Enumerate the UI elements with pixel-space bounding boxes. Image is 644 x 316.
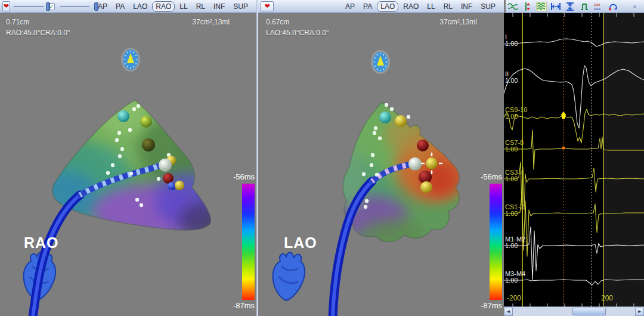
view-orientation-buttons: APPALAORAOLLRLINFSUP <box>94 1 254 12</box>
map-point[interactable] <box>370 163 373 167</box>
map-point[interactable] <box>140 203 143 207</box>
pulse-icon[interactable] <box>579 2 590 11</box>
map-point[interactable] <box>362 172 366 176</box>
rao-3d-map[interactable] <box>0 13 256 316</box>
scale-top-label: -56ms <box>233 172 255 181</box>
projection-readout: LAO:45.0°CRA:0.0° <box>266 29 329 37</box>
map-point[interactable] <box>111 163 114 167</box>
ecg-chart[interactable]: I1.00II1.00CS9-101.00CS7-81.00CS3-41.00C… <box>504 13 644 306</box>
lesion-sphere-yellow[interactable] <box>175 181 184 190</box>
lesion-sphere-teal[interactable] <box>117 110 129 122</box>
view-button-lao[interactable]: LAO <box>129 1 151 12</box>
rao-map-viewport[interactable]: 0.71cm RAO:45.0°CRA:0.0° 37cm²,13ml RAO … <box>0 13 256 316</box>
map-visibility-button[interactable]: ❤ <box>2 1 10 11</box>
amplitude-caliper-icon[interactable] <box>565 2 575 11</box>
view-button-sup[interactable]: SUP <box>230 1 252 12</box>
map-point[interactable] <box>385 103 388 107</box>
view-button-pa[interactable]: PA <box>112 1 128 12</box>
trace-gain: 1.00 <box>505 210 518 217</box>
rao-toolbar: ❤ ✓ APPALAORAOLLRLINFSUP <box>0 0 256 13</box>
slider-thumb[interactable] <box>46 2 50 11</box>
loop-icon[interactable] <box>608 2 618 11</box>
lat-color-scale <box>490 184 502 300</box>
map-point[interactable] <box>132 107 136 111</box>
map-point[interactable] <box>375 173 379 176</box>
view-button-ap[interactable]: AP <box>342 1 358 12</box>
lao-3d-map[interactable] <box>258 13 504 316</box>
fill-threshold-slider[interactable] <box>60 2 90 11</box>
scroll-thumb[interactable] <box>572 308 606 315</box>
view-button-lao[interactable]: LAO <box>377 1 398 12</box>
area-volume-readout: 37cm²,13ml <box>192 18 230 26</box>
map-point[interactable] <box>120 147 124 151</box>
map-point[interactable] <box>117 131 121 135</box>
lesion-sphere-yellow[interactable] <box>426 157 438 169</box>
view-button-inf[interactable]: INF <box>457 1 476 12</box>
trace-gain: 1.00 <box>505 175 518 182</box>
map-point[interactable] <box>129 172 133 175</box>
scroll-right-button[interactable]: ► <box>635 308 644 316</box>
map-point[interactable] <box>118 154 122 158</box>
signals-stack-icon[interactable] <box>536 2 547 11</box>
opacity-slider[interactable] <box>14 2 44 11</box>
map-point[interactable] <box>378 137 382 140</box>
svg-text:REF: REF <box>594 7 601 11</box>
map-point[interactable] <box>135 198 139 202</box>
slider-track <box>14 6 44 7</box>
view-button-rl[interactable]: RL <box>193 1 209 12</box>
signal-adjust-icon[interactable] <box>507 2 518 11</box>
map-point[interactable] <box>374 126 377 130</box>
view-button-rl[interactable]: RL <box>440 1 456 12</box>
map-visibility-button[interactable]: ❤ <box>261 1 274 11</box>
view-button-ll[interactable]: LL <box>423 1 438 12</box>
caliper-updown-icon[interactable] <box>522 2 532 11</box>
edit-ref-icon[interactable]: EditREF <box>593 2 604 11</box>
lesion-sphere-darkred[interactable] <box>417 140 429 151</box>
lesion-sphere-white[interactable] <box>159 159 172 172</box>
map-point[interactable] <box>128 128 132 132</box>
distance-readout: 0.71cm <box>6 18 29 26</box>
annotation-dot[interactable] <box>562 146 565 149</box>
orientation-compass-icon <box>371 50 390 74</box>
map-point[interactable] <box>364 205 367 209</box>
map-point[interactable] <box>390 107 394 111</box>
scale-top-label: -56ms <box>481 172 502 181</box>
ecg-time-scrollbar[interactable]: ◄ ► <box>504 306 644 316</box>
view-button-sup[interactable]: SUP <box>477 1 499 12</box>
lesion-sphere-yellowgreen[interactable] <box>140 116 152 128</box>
scroll-left-button[interactable]: ◄ <box>504 308 513 316</box>
view-button-ll[interactable]: LL <box>176 1 191 12</box>
map-point[interactable] <box>373 131 376 135</box>
trace-gain: 1.00 <box>505 113 518 120</box>
panel-rao: ❤ ✓ APPALAORAOLLRLINFSUP 0.71cm RAO:45.0… <box>0 0 256 316</box>
heart-orientation-icon <box>273 252 305 300</box>
slider-thumb[interactable] <box>94 2 98 11</box>
lao-map-viewport[interactable]: 0.67cm LAO:45.0°CRA:0.0° 37cm²,13ml LAO … <box>258 13 504 316</box>
map-point[interactable] <box>157 177 160 181</box>
view-button-rao[interactable]: RAO <box>400 1 422 12</box>
lesion-sphere-teal[interactable] <box>379 111 391 123</box>
map-point[interactable] <box>137 104 140 108</box>
time-caliper-icon[interactable] <box>550 2 561 11</box>
lesion-sphere-yellow[interactable] <box>420 181 432 193</box>
lao-view-label: LAO <box>284 234 317 252</box>
map-point[interactable] <box>407 115 410 119</box>
distance-readout: 0.67cm <box>266 18 289 26</box>
overflow-icon[interactable]: » <box>631 2 642 11</box>
ecg-toolbar: EditREF» <box>506 0 644 13</box>
trace-gain: 1.00 <box>505 277 518 284</box>
lesion-sphere-darkolive[interactable] <box>142 138 155 151</box>
lesion-sphere-yellow[interactable] <box>395 115 407 127</box>
map-point[interactable] <box>371 153 374 157</box>
map-point[interactable] <box>115 138 119 142</box>
view-button-pa[interactable]: PA <box>360 1 376 12</box>
view-button-inf[interactable]: INF <box>210 1 228 12</box>
lesion-sphere-blue[interactable] <box>168 182 176 190</box>
view-button-rao[interactable]: RAO <box>152 1 175 12</box>
map-point[interactable] <box>365 199 369 203</box>
lesion-sphere-white[interactable] <box>408 157 422 171</box>
trace-gain: 1.00 <box>505 77 518 84</box>
map-point[interactable] <box>106 171 110 175</box>
area-volume-readout: 37cm²,13ml <box>439 18 477 26</box>
rao-view-label: RAO <box>24 234 59 252</box>
